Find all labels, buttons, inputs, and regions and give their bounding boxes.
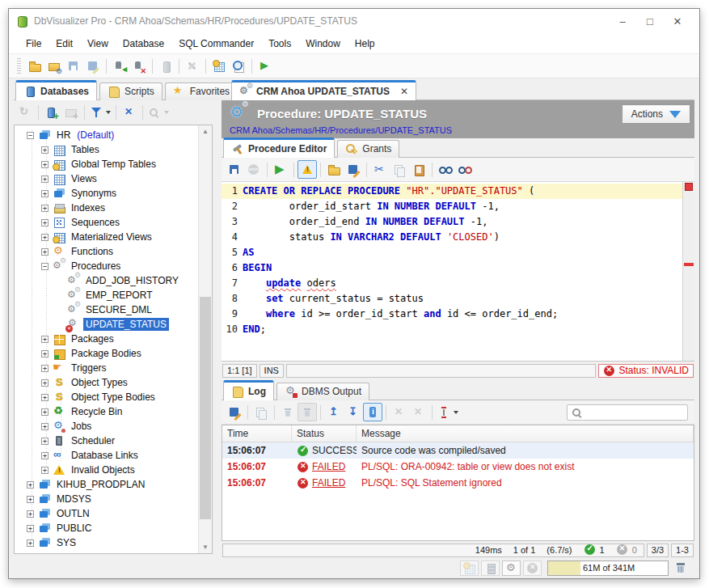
tree-item-global-temp-tables[interactable]: +Global Temp Tables [41, 157, 198, 171]
tree-item-public[interactable]: +PUBLIC [27, 521, 198, 535]
tab-log[interactable]: Log [223, 380, 274, 400]
maximize-button[interactable]: □ [636, 11, 664, 31]
menu-edit[interactable]: Edit [49, 35, 80, 53]
scroll-thumb[interactable] [200, 297, 211, 519]
menu-file[interactable]: File [19, 35, 49, 53]
expand-expander-icon[interactable]: + [41, 467, 49, 474]
expand-expander-icon[interactable]: + [41, 161, 49, 168]
errors-status-button[interactable] [523, 561, 542, 576]
expand-expander-icon[interactable]: + [41, 423, 49, 430]
panel-splitter[interactable] [213, 78, 222, 559]
grid-window-button[interactable] [209, 57, 229, 75]
tree-item-object-types[interactable]: +Object Types [41, 375, 198, 390]
error-stripe-top-marker[interactable] [685, 183, 693, 191]
expand-expander-icon[interactable]: + [41, 452, 49, 459]
tab-scripts[interactable]: Scripts [99, 82, 162, 100]
tab-close-icon[interactable]: ✕ [400, 86, 408, 97]
execute-button[interactable] [271, 160, 290, 179]
tree-item-secure-dml[interactable]: SECURE_DML [56, 302, 198, 317]
log-search-field[interactable] [567, 404, 688, 421]
collapse-expander-icon[interactable]: − [27, 132, 34, 139]
tree-item-database-links[interactable]: +Database Links [41, 448, 198, 463]
minimize-button[interactable]: – [609, 11, 636, 31]
toolbar-drag-handle[interactable] [17, 58, 21, 74]
menu-tools[interactable]: Tools [261, 35, 298, 53]
tab-databases[interactable]: Databases [15, 80, 97, 100]
code-line-7[interactable]: 7 update oders [222, 276, 682, 291]
tree-item-sequences[interactable]: +Sequences [41, 215, 198, 230]
open-file-settings-button[interactable] [44, 57, 64, 75]
gc-button[interactable] [671, 561, 690, 576]
disconnect-button[interactable] [129, 57, 149, 75]
tree-item-sys[interactable]: +SYS [27, 535, 198, 550]
expand-expander-icon[interactable]: + [27, 496, 34, 503]
tree-item-package-bodies[interactable]: +Package Bodies [41, 346, 198, 361]
actions-button[interactable]: Actions [622, 105, 690, 123]
menu-view[interactable]: View [80, 35, 116, 53]
cut-button[interactable] [370, 160, 390, 179]
code-line-2[interactable]: 2 order_id_start IN NUMBER DEFAULT -1, [222, 199, 682, 214]
expand-expander-icon[interactable]: + [27, 510, 34, 518]
tree-item-procedures[interactable]: −Procedures [41, 259, 198, 273]
tab-favorites[interactable]: Favorites [165, 82, 238, 100]
column-header-message[interactable]: Message [357, 425, 694, 442]
tab-dbms-output[interactable]: DBMS Output [276, 383, 369, 400]
tab-crm-ahoa-update-status[interactable]: CRM Ahoa UPDATE_STATUS ✕ [231, 80, 416, 100]
code-line-10[interactable]: 10END; [222, 322, 682, 337]
info-button[interactable] [363, 403, 382, 421]
close-button[interactable]: ✕ [664, 11, 691, 31]
tree-item-kihub-prodplan[interactable]: +KIHUB_PRODPLAN [27, 477, 198, 492]
compile-save-button[interactable] [225, 160, 244, 179]
collapse-all-button[interactable] [120, 104, 139, 122]
code-line-4[interactable]: 4 status IN VARCHAR2 DEFAULT 'CLOSED') [222, 230, 682, 245]
expand-expander-icon[interactable]: + [41, 394, 49, 401]
expand-expander-icon[interactable]: + [27, 539, 34, 547]
code-line-9[interactable]: 9 where id >= order_id_start and id <= o… [222, 307, 682, 322]
expand-expander-icon[interactable]: + [41, 408, 49, 416]
settings-status-button[interactable] [502, 561, 521, 576]
code-line-5[interactable]: 5AS [222, 245, 682, 260]
expand-expander-icon[interactable]: + [41, 176, 49, 183]
expand-expander-icon[interactable]: + [41, 146, 49, 154]
save-edit-button[interactable] [344, 160, 363, 179]
tree-item-invalid-objects[interactable]: +Invalid Objects [41, 463, 198, 477]
code-editor[interactable]: 1CREATE OR REPLACE PROCEDURE "HR"."UPDAT… [222, 182, 694, 362]
expand-expander-icon[interactable]: + [41, 365, 49, 372]
connections-status-button[interactable] [481, 561, 500, 576]
log-row[interactable]: 15:06:07FAILEDPL/SQL: ORA-00942: table o… [222, 459, 694, 475]
menu-sql-commander[interactable]: SQL Commander [171, 35, 261, 53]
tree-item-triggers[interactable]: +Triggers [41, 361, 198, 375]
expand-expander-icon[interactable]: + [41, 379, 49, 387]
expand-expander-icon[interactable]: + [41, 234, 49, 241]
add-connection-button[interactable] [42, 104, 61, 122]
scheduler-window-button[interactable] [229, 57, 248, 75]
column-header-status[interactable]: Status [292, 425, 357, 442]
line-spacing-button[interactable] [436, 403, 460, 421]
column-header-time[interactable]: Time [222, 425, 292, 442]
tree-item-scheduler[interactable]: +Scheduler [41, 434, 198, 448]
expand-expander-icon[interactable]: + [27, 525, 34, 532]
paste-button[interactable] [409, 160, 428, 179]
expand-expander-icon[interactable]: + [41, 205, 49, 212]
expand-expander-icon[interactable]: + [41, 350, 49, 357]
find-button[interactable] [436, 160, 455, 179]
tree-item-update-status[interactable]: UPDATE_STATUS [56, 317, 198, 332]
save-edit-button[interactable] [225, 403, 244, 421]
search-input[interactable] [587, 407, 684, 418]
filter-button[interactable] [88, 104, 112, 122]
code-line-8[interactable]: 8 set current_status = status [222, 291, 682, 307]
connect-button[interactable] [110, 57, 129, 75]
tree-item-mdsys[interactable]: +MDSYS [27, 492, 198, 506]
menu-database[interactable]: Database [116, 35, 171, 53]
expand-expander-icon[interactable]: + [41, 219, 49, 226]
code-line-1[interactable]: 1CREATE OR REPLACE PROCEDURE "HR"."UPDAT… [222, 184, 682, 199]
code-line-3[interactable]: 3 order_id_end IN NUMBER DEFAULT -1, [222, 214, 682, 230]
tree-item-recycle-bin[interactable]: +Recycle Bin [41, 404, 198, 419]
scroll-top-button[interactable] [324, 403, 344, 421]
grid-status-button[interactable] [460, 561, 479, 576]
code-line-6[interactable]: 6BEGIN [222, 260, 682, 276]
log-row[interactable]: 15:06:07SUCCESSSource code was compiled/… [222, 442, 694, 459]
find-replace-button[interactable] [455, 160, 475, 179]
expand-expander-icon[interactable]: + [41, 438, 49, 445]
tree-item-indexes[interactable]: +Indexes [41, 201, 198, 215]
